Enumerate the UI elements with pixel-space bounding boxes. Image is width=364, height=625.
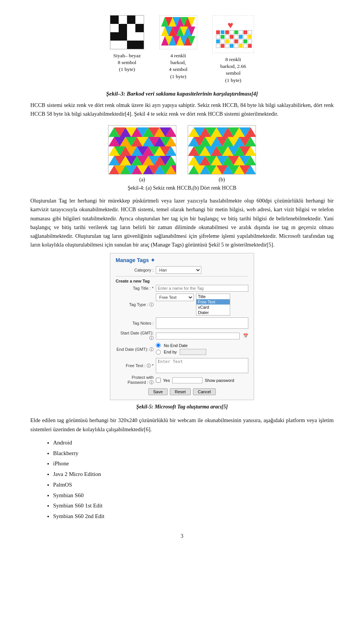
manage-tags-buttons: Save Reset Cancel <box>116 388 248 395</box>
end-by-input[interactable] <box>180 349 206 355</box>
tag-title-label: Tag Title : * <box>116 286 154 291</box>
tag-notes-row: Tag Notes : <box>116 317 248 329</box>
save-button[interactable]: Save <box>148 388 168 395</box>
list-item: Java 2 Micro Edition <box>53 469 334 480</box>
tag-title-row: Tag Title : * <box>116 285 248 292</box>
list-item: Symbian S60 2nd Edit <box>53 511 334 522</box>
svg-rect-27 <box>216 30 220 34</box>
reset-button[interactable]: Reset <box>170 388 191 395</box>
free-text-row: Free Text : ⓘ * <box>116 358 248 373</box>
end-date-label: End Date (GMT): ⓘ <box>116 347 154 352</box>
svg-rect-31 <box>234 30 238 34</box>
tag-type-label: Tag Type : ⓘ <box>116 302 154 308</box>
list-item: Symbian S60 <box>53 490 334 501</box>
hccb-figure-a: (a) <box>108 125 176 183</box>
figure-bw-barcode: Siyah– beyaz 8 sembol (1 byte) <box>110 15 144 73</box>
svg-rect-45 <box>225 39 229 43</box>
svg-rect-47 <box>234 39 238 43</box>
hccb-label-a: (a) <box>108 177 176 183</box>
bw-barcode-label: Siyah– beyaz 8 sembol (1 byte) <box>113 52 141 73</box>
dropdown-item-freetext[interactable]: Free Text <box>196 299 230 305</box>
free-text-label: Free Text : ⓘ * <box>116 363 154 369</box>
hccb-figures-section: (a) <box>30 125 334 183</box>
tag-notes-input[interactable] <box>156 317 248 329</box>
hccb-label-b: (b) <box>188 177 256 183</box>
svg-rect-42 <box>248 35 252 39</box>
manage-tags-screenshot: Manage Tags ✦ Category : Han Create a ne… <box>110 253 254 400</box>
page-number: 3 <box>30 533 334 539</box>
category-row: Category : Han <box>116 266 248 274</box>
svg-rect-33 <box>243 30 247 34</box>
svg-rect-28 <box>221 30 224 34</box>
paragraph-2: Oluşturulan Tag ler herhangi bir mürekke… <box>30 196 334 249</box>
svg-text:♥: ♥ <box>228 20 233 31</box>
tag-type-row: Tag Type : ⓘ Free Text Title vCard Diale… <box>116 294 248 316</box>
protect-checkbox[interactable] <box>156 378 161 383</box>
no-end-date-label: No End Date <box>164 343 188 348</box>
protect-label: Protect with Password : ⓘ <box>116 375 154 385</box>
end-date-by-radio: End by <box>156 349 206 355</box>
hccb-figure-b: (b) <box>188 125 256 183</box>
end-by-label: End by <box>164 350 177 354</box>
end-date-no-radio: No End Date <box>156 343 206 348</box>
start-date-row: Start Date (GMT): ⓘ 11/28/2009 📅 <box>116 331 248 341</box>
protect-yes-label: Yes <box>163 378 170 383</box>
free-text-input[interactable] <box>156 358 248 373</box>
cancel-button[interactable]: Cancel <box>193 388 216 395</box>
svg-rect-54 <box>230 44 234 48</box>
svg-rect-43 <box>216 39 220 43</box>
password-input[interactable] <box>172 377 202 383</box>
end-date-options: No End Date End by <box>156 343 206 356</box>
dropdown-item-dialer[interactable]: Dialer <box>196 310 230 315</box>
paragraph-3: Elde edilen tag görüntüsü herhangi bir 3… <box>30 416 334 433</box>
protect-row: Protect with Password : ⓘ Yes Show passw… <box>116 375 248 385</box>
category-label: Category : <box>116 268 154 272</box>
start-date-calendar-icon[interactable]: 📅 <box>243 333 248 338</box>
svg-rect-38 <box>230 35 234 39</box>
list-item: Symbian S60 1st Edit <box>53 501 334 511</box>
start-date-label: Start Date (GMT): ⓘ <box>116 331 154 341</box>
bw-barcode-image <box>110 15 144 49</box>
caption-sekil5-text: Şekil-5: Microsoft Tag oluşturma aracı[5… <box>136 404 228 410</box>
manage-tags-title: Manage Tags ✦ <box>116 257 248 263</box>
end-by-radio[interactable] <box>156 350 161 355</box>
start-date-input[interactable]: 11/28/2009 <box>156 333 240 339</box>
list-item: Blackberry <box>53 448 334 459</box>
8color-barcode-label: 8 renkli barkod, 2.66 sembol (1 byte) <box>220 56 246 84</box>
svg-rect-36 <box>221 35 224 39</box>
create-section-title: Create a new Tag <box>116 279 248 283</box>
end-date-row: End Date (GMT): ⓘ No End Date End by <box>116 343 248 356</box>
platform-list: AndroidBlackberryiPhoneJava 2 Micro Edit… <box>53 438 334 522</box>
figure-4color-barcode: 4 renkli barkod, 4 sembol (1 byte) <box>159 15 197 80</box>
tag-type-dropdown: Title Free Text vCard Dialer <box>196 294 230 316</box>
category-select[interactable]: Han <box>156 266 201 274</box>
4color-barcode-label: 4 renkli barkod, 4 sembol (1 byte) <box>169 52 187 80</box>
dropdown-item-title[interactable]: Title <box>196 294 230 299</box>
hccb-image-b <box>188 125 256 174</box>
list-item: iPhone <box>53 459 334 469</box>
svg-rect-40 <box>239 35 243 39</box>
svg-rect-58 <box>248 44 252 48</box>
top-figures-section: Siyah– beyaz 8 sembol (1 byte) <box>30 15 334 84</box>
figure-8color-barcode: ♥ <box>212 15 254 84</box>
tag-notes-label: Tag Notes : <box>116 321 154 325</box>
svg-rect-52 <box>221 44 224 48</box>
caption-sekil4: Şekil-4: (a) Sekiz renk HCCB,(b) Dört re… <box>30 185 334 191</box>
hccb-image-a <box>108 125 176 174</box>
list-item: PalmOS <box>53 480 334 490</box>
svg-rect-49 <box>243 39 247 43</box>
caption-sekil3: Şekil–3: Barkod veri saklama kapasiteler… <box>30 91 334 97</box>
dropdown-item-vcard[interactable]: vCard <box>196 305 230 310</box>
caption-sekil5: Şekil-5: Microsoft Tag oluşturma aracı[5… <box>30 404 334 410</box>
list-item: Android <box>53 438 334 448</box>
4color-barcode-image <box>159 15 197 49</box>
tag-title-input[interactable] <box>156 285 248 292</box>
tag-type-select[interactable]: Free Text Title vCard Dialer <box>156 294 194 301</box>
svg-rect-29 <box>225 30 229 34</box>
show-password-label: Show password <box>205 378 234 383</box>
svg-rect-56 <box>239 44 243 48</box>
8color-barcode-image: ♥ <box>212 15 254 53</box>
paragraph-1: HCCB sistemi sekiz renk ve dört renk olm… <box>30 101 334 118</box>
no-end-date-radio[interactable] <box>156 343 161 348</box>
